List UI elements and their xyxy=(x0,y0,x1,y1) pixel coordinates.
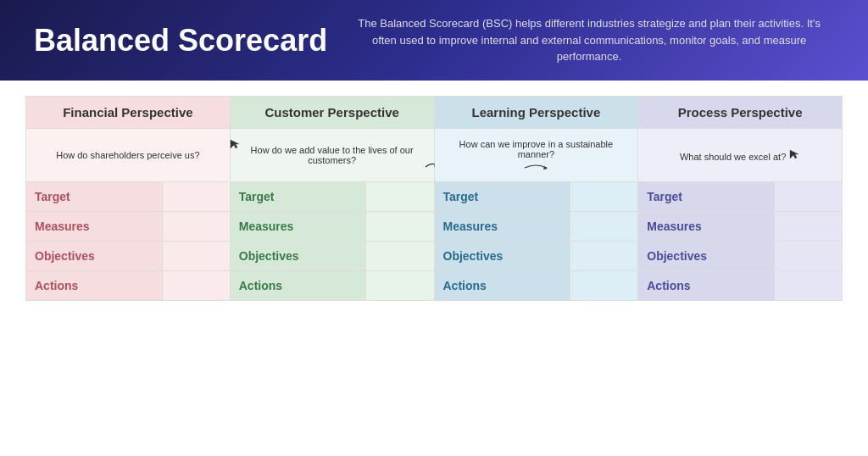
learning-target-value xyxy=(570,182,638,212)
learning-question: How can we improve in a sustainable mann… xyxy=(434,129,638,182)
objectives-row: Objectives Objectives Objectives Objecti… xyxy=(26,242,843,271)
main-content: Financial Perspective Customer Perspecti… xyxy=(0,81,868,309)
financial-objectives-value xyxy=(162,242,230,271)
financial-objectives-label: Objectives xyxy=(26,242,163,271)
learning-actions-label: Actions xyxy=(434,271,570,301)
customer-target-value xyxy=(366,182,434,212)
financial-measures-value xyxy=(162,212,230,242)
learning-measures-value xyxy=(570,212,638,242)
financial-measures-label: Measures xyxy=(26,212,163,242)
curve-arrow-icon xyxy=(523,161,548,171)
process-target-label: Target xyxy=(638,182,775,212)
customer-objectives-label: Objectives xyxy=(230,242,366,271)
balanced-scorecard-table: Financial Perspective Customer Perspecti… xyxy=(25,96,843,301)
learning-objectives-value xyxy=(570,242,638,271)
learning-objectives-label: Objectives xyxy=(434,242,570,271)
learning-target-label: Target xyxy=(434,182,570,212)
customer-measures-label: Measures xyxy=(230,212,366,242)
process-measures-value xyxy=(774,212,842,242)
learning-actions-value xyxy=(570,271,638,301)
measures-row: Measures Measures Measures Measures xyxy=(26,212,843,242)
perspective-header-financial: Financial Perspective xyxy=(26,97,231,129)
svg-marker-0 xyxy=(231,140,239,148)
financial-target-value xyxy=(162,182,230,212)
learning-measures-label: Measures xyxy=(434,212,570,242)
actions-row: Actions Actions Actions Actions xyxy=(26,271,843,301)
perspective-header-process: Process Perspective xyxy=(638,97,843,129)
customer-target-label: Target xyxy=(230,182,366,212)
header-description: The Balanced Scorecard (BSC) helps diffe… xyxy=(327,15,834,65)
financial-question: How do shareholders perceive us? xyxy=(26,129,231,182)
process-objectives-value xyxy=(774,242,842,271)
process-measures-label: Measures xyxy=(638,212,775,242)
cursor2-icon xyxy=(788,148,800,160)
customer-measures-value xyxy=(366,212,434,242)
process-actions-label: Actions xyxy=(638,271,775,301)
customer-actions-label: Actions xyxy=(230,271,366,301)
customer-question: How do we add value to the lives of our … xyxy=(230,129,434,182)
perspective-header-learning: Learning Perspective xyxy=(434,97,638,129)
financial-actions-value xyxy=(162,271,230,301)
process-question: What should we excel at? xyxy=(638,129,843,182)
process-objectives-label: Objectives xyxy=(638,242,775,271)
perspective-header-customer: Customer Perspective xyxy=(230,97,434,129)
target-row: Target Target Target Target xyxy=(26,182,843,212)
customer-actions-value xyxy=(366,271,434,301)
cursor-icon xyxy=(229,138,241,150)
financial-actions-label: Actions xyxy=(26,271,163,301)
question-row: How do shareholders perceive us? How do … xyxy=(26,129,843,182)
customer-objectives-value xyxy=(366,242,434,271)
process-actions-value xyxy=(774,271,842,301)
header: Balanced Scorecard The Balanced Scorecar… xyxy=(0,0,868,81)
customer-arrow-icon: How do we add value to the lives of our … xyxy=(239,145,426,165)
financial-target-label: Target xyxy=(26,182,163,212)
process-target-value xyxy=(774,182,842,212)
svg-marker-3 xyxy=(790,150,798,158)
page-title: Balanced Scorecard xyxy=(34,23,327,58)
